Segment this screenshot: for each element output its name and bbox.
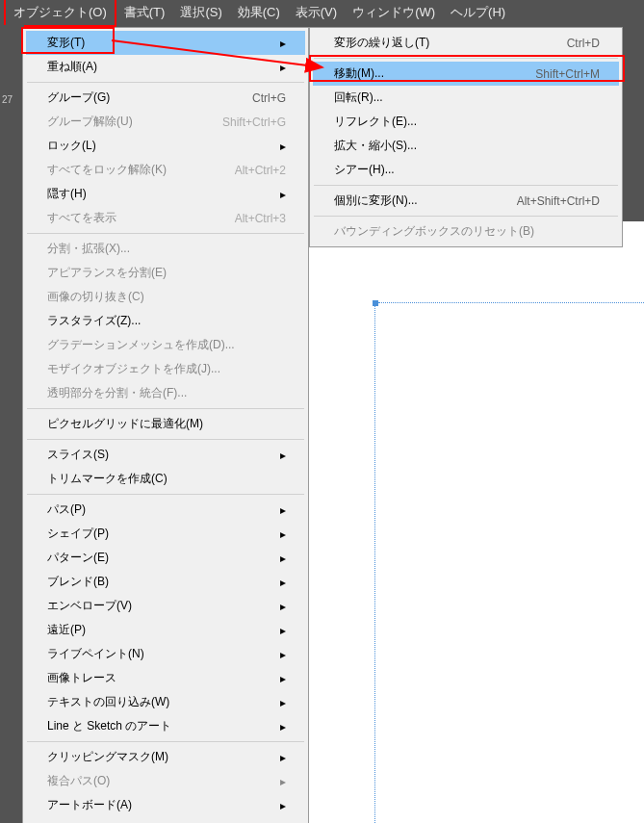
- submenu-arrow-icon: ▸: [278, 600, 286, 613]
- object-menu-item-14: グラデーションメッシュを作成(D)...: [26, 333, 305, 357]
- object-menu-item-36[interactable]: アートボード(A)▸: [26, 793, 305, 817]
- submenu-arrow-icon: ▸: [278, 188, 286, 201]
- menubar-object[interactable]: オブジェクト(O): [4, 0, 116, 27]
- object-menu-item-18[interactable]: ピクセルグリッドに最適化(M): [26, 412, 305, 436]
- object-menu-shortcut: Alt+Ctrl+2: [235, 164, 286, 177]
- object-menu-label: 分割・拡張(X)...: [47, 241, 286, 257]
- object-menu-item-8: すべてを表示Alt+Ctrl+3: [26, 206, 305, 230]
- object-menu-shortcut: Alt+Ctrl+3: [235, 212, 286, 225]
- menubar-help[interactable]: ヘルプ(H): [443, 0, 513, 25]
- object-menu-label: アピアランスを分割(E): [47, 265, 286, 281]
- submenu-arrow-icon: ▸: [278, 775, 286, 788]
- submenu-arrow-icon: ▸: [278, 799, 286, 812]
- object-menu-item-13[interactable]: ラスタライズ(Z)...: [26, 309, 305, 333]
- object-menu-item-6: すべてをロック解除(K)Alt+Ctrl+2: [26, 158, 305, 182]
- object-menu-label: ブレンド(B): [47, 574, 270, 590]
- object-menu-item-0[interactable]: 変形(T)▸: [26, 31, 305, 55]
- object-menu-divider: [27, 233, 304, 234]
- menubar-view[interactable]: 表示(V): [288, 0, 345, 25]
- transform-submenu-label: 移動(M)...: [334, 65, 516, 82]
- transform-submenu-shortcut: Alt+Shift+Ctrl+D: [517, 194, 600, 208]
- zoom-label: 27: [0, 25, 24, 174]
- object-menu-label: スライス(S): [47, 447, 270, 463]
- transform-submenu-item-2[interactable]: 移動(M)...Shift+Ctrl+M: [313, 62, 619, 86]
- submenu-arrow-icon: ▸: [278, 576, 286, 589]
- object-menu-item-30[interactable]: 画像トレース▸: [26, 666, 305, 690]
- object-menu-label: ラスタライズ(Z)...: [47, 313, 286, 329]
- object-menu-item-27[interactable]: エンベロープ(V)▸: [26, 594, 305, 618]
- object-menu-item-31[interactable]: テキストの回り込み(W)▸: [26, 690, 305, 714]
- object-menu-label: パターン(E): [47, 550, 270, 566]
- object-menu-label: グループ解除(U): [47, 114, 203, 130]
- transform-submenu-label: 拡大・縮小(S)...: [334, 138, 600, 154]
- object-menu-item-20[interactable]: スライス(S)▸: [26, 443, 305, 467]
- submenu-arrow-icon: ▸: [278, 751, 286, 764]
- object-menu-item-15: モザイクオブジェクトを作成(J)...: [26, 357, 305, 381]
- object-menu-item-1[interactable]: 重ね順(A)▸: [26, 55, 305, 79]
- object-menu-label: 複合パス(O): [47, 773, 270, 789]
- object-menu-item-23[interactable]: パス(P)▸: [26, 498, 305, 522]
- object-menu-item-7[interactable]: 隠す(H)▸: [26, 182, 305, 206]
- transform-submenu-item-6[interactable]: シアー(H)...: [313, 158, 619, 182]
- transform-submenu-item-8[interactable]: 個別に変形(N)...Alt+Shift+Ctrl+D: [313, 189, 619, 213]
- object-menu-divider: [27, 408, 304, 409]
- object-menu-divider: [27, 82, 304, 83]
- object-menu-item-26[interactable]: ブレンド(B)▸: [26, 570, 305, 594]
- submenu-arrow-icon: ▸: [278, 624, 286, 637]
- object-menu-label: 透明部分を分割・統合(F)...: [47, 385, 286, 401]
- object-menu-label: ライブペイント(N): [47, 646, 270, 662]
- transform-submenu-item-10: バウンディングボックスのリセット(B): [313, 219, 619, 244]
- object-menu-item-29[interactable]: ライブペイント(N)▸: [26, 642, 305, 666]
- anchor-point[interactable]: [373, 300, 378, 306]
- menubar-effect[interactable]: 効果(C): [230, 0, 288, 25]
- submenu-arrow-icon: ▸: [278, 552, 286, 565]
- submenu-arrow-icon: ▸: [278, 696, 286, 709]
- canvas[interactable]: [251, 221, 644, 823]
- transform-submenu-item-5[interactable]: 拡大・縮小(S)...: [313, 134, 619, 158]
- object-menu-divider: [27, 494, 304, 495]
- object-menu-label: トリムマークを作成(C): [47, 471, 286, 487]
- transform-submenu-item-3[interactable]: 回転(R)...: [313, 86, 619, 110]
- menubar-window[interactable]: ウィンドウ(W): [345, 0, 443, 25]
- object-menu-item-32[interactable]: Line と Sketch のアート▸: [26, 714, 305, 738]
- object-menu-item-34[interactable]: クリッピングマスク(M)▸: [26, 745, 305, 769]
- object-menu-label: 画像の切り抜き(C): [47, 289, 286, 305]
- transform-submenu-label: 個別に変形(N)...: [334, 193, 498, 209]
- submenu-arrow-icon: ▸: [278, 672, 286, 685]
- object-menu-label: ピクセルグリッドに最適化(M): [47, 416, 286, 432]
- menubar-type[interactable]: 書式(T): [116, 0, 173, 25]
- object-menu-label: 遠近(P): [47, 622, 270, 638]
- object-menu-label: シェイプ(P): [47, 526, 270, 542]
- object-menu-label: 変形(T): [47, 35, 270, 51]
- object-menu-label: グループ(G): [47, 90, 233, 106]
- object-menu-label: エンベロープ(V): [47, 598, 270, 614]
- object-menu-item-21[interactable]: トリムマークを作成(C): [26, 467, 305, 491]
- transform-submenu-shortcut: Ctrl+D: [567, 37, 600, 50]
- transform-submenu-label: 回転(R)...: [334, 90, 600, 106]
- object-menu-item-24[interactable]: シェイプ(P)▸: [26, 522, 305, 546]
- transform-submenu-divider: [314, 216, 618, 217]
- transform-submenu-item-4[interactable]: リフレクト(E)...: [313, 110, 619, 134]
- transform-submenu-item-0[interactable]: 変形の繰り返し(T)Ctrl+D: [313, 31, 619, 55]
- object-menu-item-16: 透明部分を分割・統合(F)...: [26, 381, 305, 405]
- object-menu-label: テキストの回り込み(W): [47, 694, 270, 710]
- object-menu-divider: [27, 741, 304, 742]
- object-menu-item-25[interactable]: パターン(E)▸: [26, 546, 305, 570]
- menubar-select[interactable]: 選択(S): [172, 0, 229, 25]
- transform-submenu-label: リフレクト(E)...: [334, 114, 600, 130]
- object-menu-item-28[interactable]: 遠近(P)▸: [26, 618, 305, 642]
- transform-submenu-label: バウンディングボックスのリセット(B): [334, 223, 600, 240]
- object-menu-item-3[interactable]: グループ(G)Ctrl+G: [26, 86, 305, 110]
- transform-submenu: 変形の繰り返し(T)Ctrl+D移動(M)...Shift+Ctrl+M回転(R…: [309, 27, 623, 247]
- menubar: オブジェクト(O) 書式(T) 選択(S) 効果(C) 表示(V) ウィンドウ(…: [0, 0, 644, 25]
- object-menu-label: パス(P): [47, 502, 270, 518]
- guide-vertical: [374, 306, 375, 823]
- object-menu-item-10: 分割・拡張(X)...: [26, 237, 305, 261]
- object-menu-item-37[interactable]: グラフ(R)▸: [26, 817, 305, 823]
- submenu-arrow-icon: ▸: [278, 449, 286, 462]
- left-toolbar: 27: [0, 25, 24, 823]
- object-menu-item-5[interactable]: ロック(L)▸: [26, 134, 305, 158]
- transform-submenu-label: 変形の繰り返し(T): [334, 35, 548, 51]
- object-menu-item-11: アピアランスを分割(E): [26, 261, 305, 285]
- object-menu-label: クリッピングマスク(M): [47, 749, 270, 765]
